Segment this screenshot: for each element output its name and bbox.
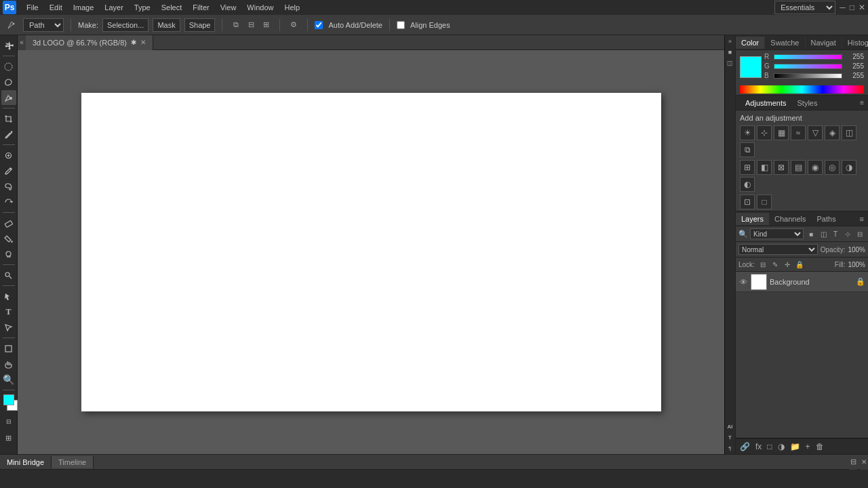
align-left-icon[interactable]: ⧉ — [229, 18, 243, 32]
eyedropper-tool[interactable] — [1, 127, 16, 142]
gradient-map-adj-icon[interactable]: ⊡ — [740, 195, 755, 209]
r-slider[interactable] — [774, 54, 842, 60]
add-mask-icon[interactable]: □ — [767, 442, 772, 451]
adjustments-tab[interactable]: Adjustments — [740, 97, 792, 109]
window-minimize[interactable]: ─ — [840, 3, 846, 12]
paths-tab[interactable]: Paths — [812, 213, 842, 225]
channels-tab[interactable]: Channels — [769, 213, 811, 225]
bottom-panel-collapse[interactable]: ⊟ — [849, 455, 857, 470]
move-tool[interactable] — [1, 38, 16, 53]
panel-collapse-left[interactable]: « — [18, 35, 26, 50]
window-restore[interactable]: □ — [850, 3, 854, 12]
path-selection-tool[interactable] — [1, 289, 16, 304]
filter-type-icon[interactable]: T — [830, 228, 841, 239]
gradient-adj-icon[interactable]: ▽ — [808, 125, 823, 140]
blend-mode-select[interactable]: Normal — [738, 244, 818, 255]
align-center-icon[interactable]: ⊟ — [244, 18, 258, 32]
color-tab[interactable]: Color — [736, 37, 765, 49]
swatches-tab[interactable]: Swatche — [765, 37, 805, 49]
menu-window[interactable]: Window — [242, 2, 278, 13]
lock-transparent-icon[interactable]: ⊟ — [757, 259, 768, 270]
screen-mode-btn[interactable]: ⊞ — [1, 430, 16, 445]
opacity-value[interactable]: 100% — [848, 246, 865, 253]
add-style-icon[interactable]: fx — [755, 442, 762, 451]
invert-adj-icon[interactable]: ◧ — [757, 160, 772, 175]
layer-visibility-icon[interactable]: 👁 — [738, 277, 748, 287]
solid-color-adj-icon[interactable]: □ — [757, 195, 772, 209]
toggle-panels-icon[interactable]: » — [726, 37, 735, 46]
posterize-adj-icon[interactable]: ⊠ — [774, 160, 789, 175]
navigator-tab[interactable]: Navigat — [806, 37, 842, 49]
tab-close-btn[interactable]: ✕ — [140, 39, 146, 46]
delete-layer-icon[interactable]: 🗑 — [816, 442, 824, 451]
histogram-tab[interactable]: Histogra — [842, 37, 868, 49]
b-slider[interactable] — [774, 73, 842, 79]
threshold-adj-icon[interactable]: ▤ — [791, 160, 806, 175]
adjustments-more[interactable]: ≡ — [860, 99, 864, 106]
hue-sat-adj-icon[interactable]: ◈ — [825, 125, 840, 140]
lock-all-icon[interactable]: 🔒 — [794, 259, 805, 270]
menu-help[interactable]: Help — [279, 2, 304, 13]
filter-kind-select[interactable]: Kind — [750, 228, 804, 239]
color-lookup-adj-icon[interactable]: ⊞ — [740, 160, 755, 175]
link-layers-icon[interactable]: 🔗 — [740, 442, 750, 451]
blur-tool[interactable] — [1, 247, 16, 262]
direct-selection-tool[interactable] — [1, 320, 16, 335]
styles-tab[interactable]: Styles — [792, 97, 823, 109]
canvas-container[interactable] — [18, 50, 724, 454]
clone-stamp-tool[interactable] — [1, 179, 16, 194]
foreground-color-swatch[interactable] — [3, 394, 14, 405]
color-swatch-area[interactable] — [1, 394, 16, 412]
dodge-tool[interactable] — [1, 268, 16, 283]
fill-value[interactable]: 100% — [848, 261, 865, 268]
exposure-adj-icon[interactable]: ◫ — [842, 125, 856, 140]
canvas[interactable] — [81, 93, 661, 411]
menu-view[interactable]: View — [216, 2, 241, 13]
history-brush-tool[interactable] — [1, 195, 16, 209]
timeline-tab[interactable]: Timeline — [52, 456, 94, 468]
new-layer-icon[interactable]: + — [806, 442, 810, 451]
gear-icon[interactable]: ⚙ — [287, 18, 300, 32]
quick-mask-btn[interactable]: ⊟ — [1, 414, 16, 429]
curves-adj-icon[interactable]: ⊹ — [757, 125, 772, 140]
mask-button[interactable]: Mask — [153, 18, 180, 32]
zoom-tool[interactable]: 🔍 — [1, 372, 16, 387]
hand-tool[interactable] — [1, 357, 16, 371]
path-mode-select[interactable]: Path — [23, 18, 64, 32]
filter-adj-icon[interactable]: ◫ — [818, 228, 829, 239]
crop-tool[interactable] — [1, 111, 16, 126]
color-panel-icon[interactable]: ■ — [726, 47, 735, 57]
g-slider[interactable] — [774, 64, 842, 69]
paint-bucket-tool[interactable] — [1, 231, 16, 246]
layers-tab[interactable]: Layers — [736, 213, 769, 225]
menu-image[interactable]: Image — [68, 2, 99, 13]
levels-adj-icon[interactable]: ▦ — [774, 125, 789, 140]
color-spectrum[interactable] — [740, 85, 864, 94]
workspace-select[interactable]: Essentials — [774, 1, 835, 14]
black-white-adj-icon[interactable]: ◑ — [842, 160, 856, 175]
path-ops-icon[interactable]: ⊞ — [259, 18, 273, 32]
brightness-adj-icon[interactable]: ☀ — [740, 125, 755, 140]
layers-more[interactable]: ≡ — [856, 213, 868, 225]
rectangle-tool[interactable] — [1, 341, 16, 356]
window-close[interactable]: ✕ — [859, 3, 865, 12]
new-fill-adj-icon[interactable]: ◑ — [778, 442, 785, 451]
new-group-icon[interactable]: 📁 — [790, 442, 800, 451]
brush-tool[interactable] — [1, 163, 16, 178]
table-row[interactable]: 👁 Background 🔒 — [736, 272, 868, 292]
type-icon[interactable]: T — [726, 432, 735, 442]
ai-icon[interactable]: AI — [726, 422, 735, 431]
vibrance-adj-icon[interactable]: ⧉ — [740, 142, 755, 157]
menu-layer[interactable]: Layer — [100, 2, 128, 13]
document-tab[interactable]: 3d LOGO @ 66.7% (RGB/8) ✱ ✕ — [26, 35, 153, 50]
color-preview[interactable] — [740, 56, 762, 78]
menu-file[interactable]: File — [22, 2, 43, 13]
healing-tool[interactable] — [1, 148, 16, 163]
photo-filter-adj-icon[interactable]: ◐ — [740, 177, 755, 192]
auto-add-delete-checkbox[interactable] — [315, 21, 323, 29]
filter-smart-icon[interactable]: ⊟ — [854, 228, 865, 239]
menu-edit[interactable]: Edit — [45, 2, 67, 13]
menu-type[interactable]: Type — [130, 2, 155, 13]
menu-select[interactable]: Select — [157, 2, 187, 13]
lasso-tool[interactable] — [1, 75, 16, 89]
